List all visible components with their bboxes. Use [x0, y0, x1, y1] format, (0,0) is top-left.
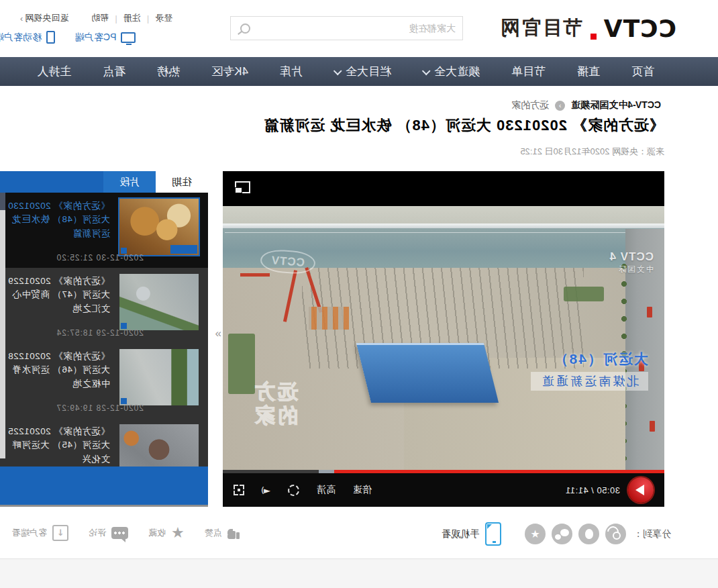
- weibo-share-icon[interactable]: [605, 524, 626, 544]
- nav-hot[interactable]: 热榜: [157, 64, 180, 79]
- list-item[interactable]: 《远方的家》 20201228 大运河（46） 运河水脊 中枢之地 2020-1…: [0, 343, 208, 418]
- episode-date: 2020-12-30 21:25:20: [56, 253, 144, 262]
- program-watermark: 远方 的家: [252, 381, 298, 427]
- episode-date: 2020-12-29 18:57:24: [56, 328, 144, 338]
- star-icon: ★: [171, 526, 185, 540]
- divider: |: [147, 13, 149, 23]
- time-display: 30:50 / 41:11: [566, 485, 620, 495]
- like-button[interactable]: 点赞: [205, 527, 240, 539]
- video-machinery: [309, 307, 349, 330]
- thumbs-up-icon: [227, 528, 240, 539]
- list-item[interactable]: 《远方的家》 20201229 大运河（47） 商贸中心 文汇之地 2020-1…: [0, 268, 208, 343]
- wechat-share-icon[interactable]: [552, 524, 572, 544]
- qq-share-icon[interactable]: [578, 524, 599, 544]
- mobile-watch[interactable]: 手机观看: [442, 522, 501, 546]
- episode-overlay-title: 大运河（48）: [531, 350, 648, 369]
- cctv-video-page: CCTV 节目官网 登录 | 注册 | 帮助 返回央视网 › PC客户端 移动客…: [0, 0, 718, 588]
- comment-button[interactable]: 评论: [89, 527, 128, 539]
- nav-hosts[interactable]: 主持人: [37, 64, 71, 79]
- fullscreen-icon[interactable]: [234, 485, 244, 495]
- page-footer: [0, 558, 718, 588]
- login-link[interactable]: 登录: [155, 12, 172, 24]
- help-link[interactable]: 帮助: [91, 12, 109, 24]
- playlist-tabs: 往期 片段: [0, 171, 208, 193]
- action-bar: 分享到： ★ 手机观看 点赞 ★ 收藏 评论 ↓: [0, 518, 718, 552]
- nav-home[interactable]: 首页: [631, 64, 654, 79]
- breadcrumb: CCTV-4中文国际频道 › 远方的家: [511, 99, 661, 111]
- back-to-cctv-link[interactable]: 返回央视网: [25, 12, 68, 24]
- mobile-client-link[interactable]: 移动客户端: [0, 31, 55, 44]
- phone-icon: [46, 31, 55, 44]
- sidebar-collapse-icon[interactable]: »: [215, 327, 221, 340]
- breadcrumb-arrow-icon: ›: [555, 101, 565, 111]
- nav-4k[interactable]: 4K专区: [211, 64, 248, 79]
- search-box[interactable]: [230, 16, 463, 40]
- qzone-share-icon[interactable]: ★: [525, 524, 546, 544]
- nav-library[interactable]: 片库: [280, 64, 303, 79]
- play-button[interactable]: [628, 477, 654, 503]
- volume-icon[interactable]: ◄): [262, 485, 270, 495]
- page-title: 《远方的家》 20201230 大运河（48） 铁水巨龙 运河新篇: [263, 115, 664, 136]
- main-nav: 首页 直播 节目单 频道大全 栏目大全 片库 4K专区 热榜 看点 主持人: [0, 57, 718, 86]
- monitor-icon: [121, 32, 136, 43]
- video-greenery: [564, 287, 604, 301]
- episode-list: 《远方的家》 20201230 大运河（48） 铁水巨龙 运河新篇 2020-1…: [0, 193, 208, 467]
- like-label: 点赞: [205, 527, 222, 539]
- video-frame: CCTV 4 中文国际 CCTV 大运河（48） 北煤南运新通道 远方 的家: [223, 206, 664, 470]
- station-watermark: CCTV 4 中文国际: [609, 250, 654, 275]
- list-scrollbar[interactable]: [0, 193, 5, 458]
- pc-client-link[interactable]: PC客户端: [75, 32, 136, 44]
- engagement-group: 点赞 ★ 收藏 评论 ↓ 客户端看: [12, 525, 240, 541]
- cctv-logo-text: CCTV: [603, 15, 676, 42]
- nav-highlights[interactable]: 看点: [103, 64, 125, 79]
- episode-date: 2020-12-28 19:49:27: [56, 403, 144, 413]
- source-line: 来源：央视网 2020年12月30日 21:25: [520, 146, 664, 158]
- video-player[interactable]: CCTV 4 中文国际 CCTV 大运河（48） 北煤南运新通道 远方 的家 3…: [223, 171, 664, 507]
- settings-gear-icon[interactable]: [288, 485, 299, 496]
- nav-programs[interactable]: 栏目大全: [334, 64, 391, 79]
- pc-client-label: PC客户端: [75, 32, 116, 44]
- logo-red-dot: [591, 34, 597, 40]
- playlist-sidebar: 往期 片段 《远方的家》 20201230 大运河（48） 铁水巨龙 运河新篇 …: [0, 171, 208, 507]
- scrollbar-thumb[interactable]: [0, 193, 5, 210]
- breadcrumb-program[interactable]: 远方的家: [511, 99, 549, 111]
- chevron-down-icon: [422, 66, 431, 75]
- share-group: 分享到： ★ 手机观看: [442, 522, 671, 546]
- episode-title: 《远方的家》 20201230 大运河（48） 铁水巨龙 运河新篇: [5, 199, 110, 240]
- account-links: 登录 | 注册 | 帮助 返回央视网 ›: [20, 12, 172, 24]
- register-link[interactable]: 注册: [123, 12, 141, 24]
- tab-clips[interactable]: 片段: [103, 171, 156, 193]
- client-watch-button[interactable]: ↓ 客户端看: [12, 525, 68, 541]
- nav-channels[interactable]: 频道大全: [423, 64, 480, 79]
- episode-title: 《远方的家》 20201228 大运河（46） 运河水脊 中枢之地: [5, 350, 110, 391]
- episode-overlay-subtitle: 北煤南运新通道: [531, 372, 648, 391]
- video-blue-roof-building: [356, 343, 499, 403]
- list-item[interactable]: 《远方的家》 20201230 大运河（48） 铁水巨龙 运河新篇 2020-1…: [0, 193, 208, 268]
- episode-overlay: 大运河（48） 北煤南运新通道: [531, 350, 648, 391]
- episode-thumbnail: [119, 274, 199, 330]
- station-sub-text: 中文国际: [609, 264, 654, 275]
- nav-live[interactable]: 直播: [577, 64, 600, 79]
- favorite-button[interactable]: ★ 收藏: [148, 526, 185, 540]
- mobile-client-label: 移动客户端: [0, 32, 42, 44]
- divider: |: [115, 13, 117, 23]
- nav-schedule[interactable]: 节目单: [511, 64, 546, 79]
- video-truck: [647, 307, 652, 317]
- episode-thumbnail: [119, 349, 199, 405]
- video-conveyor-bridge: [223, 224, 664, 228]
- search-input[interactable]: [250, 23, 462, 34]
- quality-button[interactable]: 高清: [317, 484, 336, 496]
- speed-button[interactable]: 倍速: [353, 484, 372, 496]
- list-item[interactable]: 《远方的家》 20201225 大运河（45） 大运河畔 文化兴: [0, 418, 208, 467]
- breadcrumb-channel[interactable]: CCTV-4中文国际频道: [571, 99, 661, 111]
- site-logo[interactable]: CCTV 节目官网: [499, 15, 676, 42]
- episode-thumbnail: [118, 197, 200, 256]
- controls-right: 倍速 高清 ◄): [234, 484, 372, 496]
- episode-title: 《远方的家》 20201225 大运河（45） 大运河畔 文化兴: [5, 425, 110, 466]
- tab-past-episodes[interactable]: 往期: [156, 171, 208, 193]
- video-crane: [283, 270, 297, 322]
- mini-window-icon[interactable]: [235, 181, 250, 193]
- search-icon[interactable]: [240, 23, 250, 34]
- mobile-watch-label: 手机观看: [442, 528, 479, 540]
- controls-row: 30:50 / 41:11 倍速 高清 ◄): [223, 473, 664, 507]
